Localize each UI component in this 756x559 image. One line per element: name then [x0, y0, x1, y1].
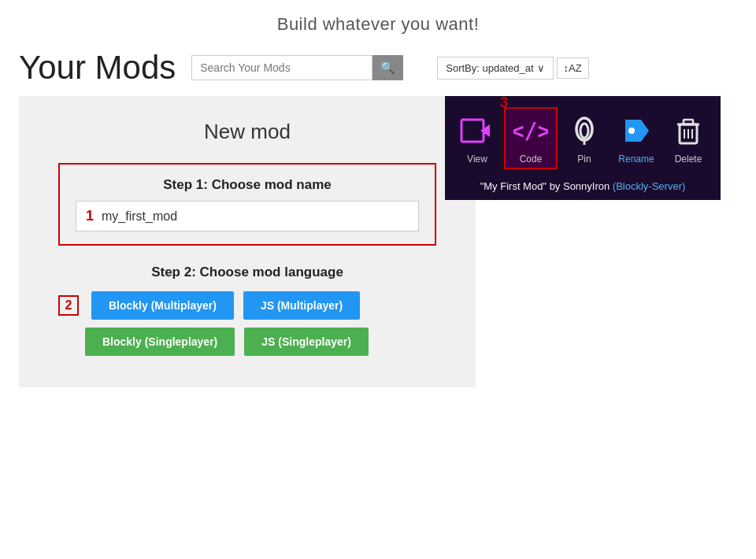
- step2-number-badge: 2: [58, 295, 79, 316]
- rename-label: Rename: [618, 154, 654, 165]
- sort-label: SortBy: updated_at: [446, 62, 533, 74]
- blockly-singleplayer-button[interactable]: Blockly (Singleplayer): [85, 328, 235, 356]
- step1-box: Step 1: Choose mod name 1: [58, 163, 436, 246]
- page-title: Your Mods: [19, 49, 176, 87]
- az-icon: ↕AZ: [564, 62, 582, 74]
- popup-footer-link: (Blockly-Server): [613, 180, 685, 192]
- pin-label: Pin: [577, 154, 591, 165]
- action-view[interactable]: View: [452, 109, 502, 168]
- svg-marker-1: [480, 124, 490, 137]
- svg-text:</>: </>: [513, 118, 548, 144]
- step1-number: 1: [86, 208, 94, 224]
- action-rename[interactable]: Rename: [611, 109, 662, 168]
- action-pin[interactable]: Pin: [559, 109, 610, 168]
- code-icon: </>: [512, 112, 550, 150]
- search-icon: 🔍: [380, 61, 395, 74]
- delete-icon: [669, 112, 707, 150]
- svg-rect-0: [461, 120, 484, 142]
- popup-footer-text: "My First Mod" by SonnyIron: [480, 180, 610, 192]
- js-singleplayer-button[interactable]: JS (Singleplayer): [244, 328, 369, 356]
- chevron-down-icon: ∨: [537, 62, 545, 74]
- view-label: View: [467, 154, 487, 165]
- new-mod-title: New mod: [58, 120, 436, 144]
- svg-rect-9: [684, 120, 693, 124]
- tagline: Build whatever you want!: [277, 14, 480, 34]
- popup-footer: "My First Mod" by SonnyIron (Blockly-Ser…: [445, 176, 721, 194]
- mod-name-input[interactable]: [102, 209, 409, 224]
- code-label: Code: [520, 154, 543, 165]
- js-multiplayer-button[interactable]: JS (Multiplayer): [243, 291, 360, 320]
- search-input[interactable]: [191, 55, 372, 80]
- action-code[interactable]: </> Code: [504, 107, 558, 169]
- action-popup: View </> Code: [445, 96, 721, 200]
- blockly-multiplayer-button[interactable]: Blockly (Multiplayer): [91, 291, 234, 320]
- view-icon: [458, 112, 496, 150]
- delete-label: Delete: [675, 154, 702, 165]
- action-delete[interactable]: Delete: [663, 109, 713, 168]
- svg-point-6: [628, 128, 635, 134]
- sort-dropdown[interactable]: SortBy: updated_at ∨: [437, 57, 553, 80]
- rename-icon: [617, 112, 655, 150]
- svg-point-4: [580, 124, 588, 138]
- page-header: Build whatever you want!: [0, 0, 756, 43]
- pin-icon: [565, 112, 603, 150]
- step2-section: Step 2: Choose mod language 2 Blockly (M…: [58, 265, 436, 356]
- step1-label: Step 1: Choose mod name: [76, 177, 419, 193]
- search-button[interactable]: 🔍: [372, 55, 403, 80]
- new-mod-panel: New mod Step 1: Choose mod name 1 Step 2…: [19, 96, 476, 387]
- step2-label: Step 2: Choose mod language: [58, 265, 436, 280]
- sort-az-button[interactable]: ↕AZ: [557, 57, 589, 79]
- annotation-3: 3: [500, 94, 508, 111]
